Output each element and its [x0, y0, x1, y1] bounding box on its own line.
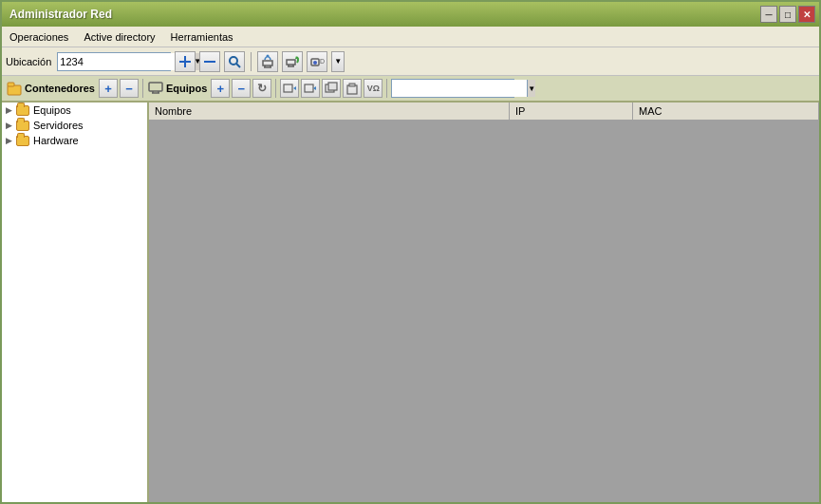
svg-point-16	[313, 61, 317, 65]
action-btn-3[interactable]	[322, 79, 341, 98]
svg-rect-10	[287, 60, 295, 65]
col-label-mac: MAC	[639, 105, 662, 117]
contenedores-folder-icon	[6, 80, 23, 97]
toolbar1-dropdown-btn[interactable]: ▼	[331, 51, 345, 72]
equipos-computer-icon	[147, 80, 164, 97]
action-btn-5[interactable]: VΩ	[364, 79, 383, 98]
ubicacion-label: Ubicación	[6, 56, 51, 67]
svg-rect-26	[305, 84, 313, 92]
import-icon	[283, 82, 296, 95]
add-equipo-button[interactable]: +	[211, 79, 230, 98]
tree-label-hardware: Hardware	[33, 135, 79, 146]
ad-btn[interactable]: D	[307, 51, 327, 72]
refresh-equipo-button[interactable]: ↻	[252, 79, 271, 98]
remove-ubicacion-button[interactable]	[199, 51, 220, 72]
table-header: Nombre IP MAC	[149, 103, 819, 121]
tree-label-equipos: Equipos	[33, 104, 71, 116]
equipos-label: Equipos	[166, 83, 207, 94]
maximize-button[interactable]: □	[779, 6, 796, 23]
menu-active-directory[interactable]: Active directory	[76, 27, 162, 47]
action-btn-4[interactable]	[343, 79, 362, 98]
ad-icon: D	[309, 54, 325, 69]
main-window: Administrador Red ─ □ ✕ Operaciones Acti…	[0, 0, 821, 504]
export-icon	[304, 82, 317, 95]
svg-text:D: D	[320, 58, 325, 65]
filter-input[interactable]	[392, 80, 527, 97]
title-bar: Administrador Red ─ □ ✕	[2, 2, 819, 27]
tree-arrow-hardware: ▶	[6, 136, 15, 145]
tree-label-servidores: Servidores	[33, 120, 84, 131]
close-button[interactable]: ✕	[798, 6, 815, 23]
svg-point-3	[230, 57, 237, 65]
col-header-ip[interactable]: IP	[510, 103, 633, 120]
svg-rect-31	[349, 84, 355, 86]
tree-panel: ▶ Equipos ▶ Servidores ▶ Hardware	[2, 103, 149, 502]
filter-combo[interactable]: ▼	[391, 79, 514, 98]
remove-equipo-button[interactable]: −	[232, 79, 251, 98]
filter-dropdown-arrow[interactable]: ▼	[527, 80, 535, 97]
network-btn-1[interactable]	[257, 51, 278, 72]
col-header-mac[interactable]: MAC	[633, 103, 819, 120]
toolbar-contenedores: Contenedores + − Equipos + − ↻	[2, 76, 819, 103]
svg-line-4	[236, 64, 240, 67]
action-btn-1[interactable]	[280, 79, 299, 98]
tree-item-hardware[interactable]: ▶ Hardware	[2, 133, 147, 148]
table-body	[149, 121, 819, 502]
tree-item-equipos[interactable]: ▶ Equipos	[2, 103, 147, 118]
toolbar2-separator	[142, 79, 143, 98]
svg-rect-2	[204, 61, 215, 63]
svg-rect-24	[284, 84, 292, 92]
copy-icon	[325, 82, 338, 95]
action-btn-2[interactable]	[301, 79, 320, 98]
add-contenedor-button[interactable]: +	[99, 79, 118, 98]
contenedores-label: Contenedores	[25, 83, 95, 94]
col-label-ip: IP	[515, 105, 525, 117]
toolbar2-separator-2	[275, 79, 276, 98]
network-btn-2[interactable]	[282, 51, 303, 72]
tree-arrow-equipos: ▶	[6, 105, 15, 115]
svg-rect-5	[263, 61, 272, 65]
svg-rect-20	[149, 83, 162, 91]
menu-operaciones[interactable]: Operaciones	[2, 27, 76, 47]
network-icon	[260, 54, 275, 69]
table-panel: Nombre IP MAC	[149, 103, 819, 502]
col-label-nombre: Nombre	[155, 105, 192, 117]
search-icon	[228, 55, 241, 68]
tree-arrow-servidores: ▶	[6, 121, 15, 130]
folder-icon-equipos	[16, 105, 29, 116]
menu-herramientas[interactable]: Herramientas	[163, 27, 241, 47]
col-header-nombre[interactable]: Nombre	[149, 103, 510, 120]
ubicacion-combo[interactable]: ▼	[57, 52, 171, 71]
svg-rect-1	[179, 61, 191, 63]
svg-point-9	[267, 54, 270, 57]
folder-icon-hardware	[16, 136, 29, 146]
add-icon	[178, 55, 192, 68]
paste-icon	[345, 82, 359, 95]
window-title: Administrador Red	[9, 8, 112, 21]
minimize-button[interactable]: ─	[760, 6, 777, 23]
add-ubicacion-button[interactable]	[175, 51, 196, 72]
search-button[interactable]	[224, 51, 245, 72]
tree-item-servidores[interactable]: ▶ Servidores	[2, 118, 147, 133]
toolbar-ubicacion: Ubicación ▼	[2, 47, 819, 76]
network-refresh-icon	[285, 54, 300, 69]
window-controls: ─ □ ✕	[760, 6, 815, 23]
menu-bar: Operaciones Active directory Herramienta…	[2, 27, 819, 47]
svg-rect-29	[328, 83, 337, 90]
main-content: ▶ Equipos ▶ Servidores ▶ Hardware Nombre	[2, 103, 819, 502]
toolbar2-separator-3	[386, 79, 387, 98]
folder-icon-servidores	[16, 121, 29, 131]
svg-marker-25	[293, 86, 296, 90]
remove-contenedor-button[interactable]: −	[120, 79, 139, 98]
minus-icon	[203, 55, 216, 68]
toolbar-separator-1	[251, 52, 252, 71]
svg-rect-19	[8, 83, 14, 86]
ubicacion-input[interactable]	[58, 53, 193, 70]
